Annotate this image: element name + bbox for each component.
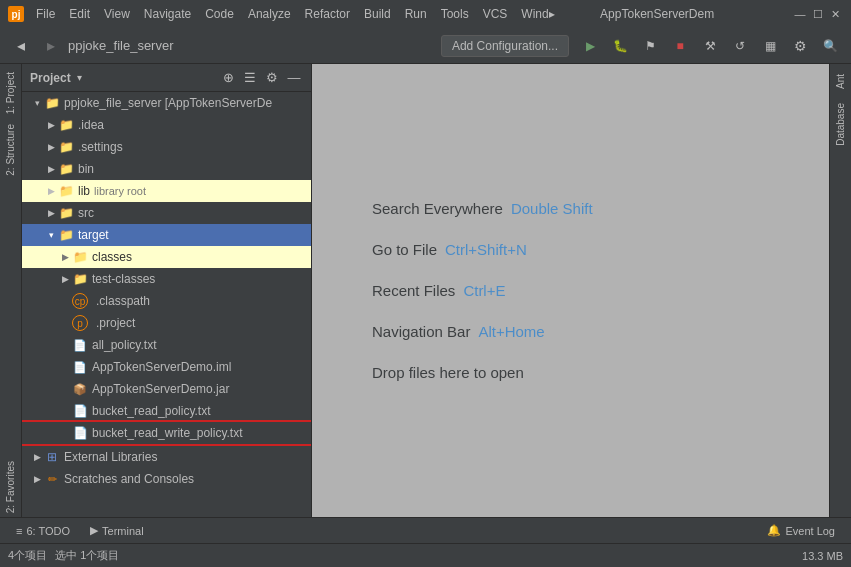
ext-libs-icon: ⊞ — [44, 449, 60, 465]
tree-item-bucket-read-write[interactable]: 📄 bucket_read_write_policy.txt — [22, 422, 311, 444]
tree-item-iml[interactable]: 📄 AppTokenServerDemo.iml — [22, 356, 311, 378]
close-button[interactable]: ✕ — [829, 7, 843, 21]
status-bar: 4个项目 选中 1个项目 13.3 MB — [0, 543, 851, 567]
scratches-icon: ✏ — [44, 471, 60, 487]
tree-item-jar[interactable]: 📦 AppTokenServerDemo.jar — [22, 378, 311, 400]
event-log-button[interactable]: 🔔 Event Log — [759, 522, 843, 539]
idea-expand-arrow[interactable]: ▶ — [44, 120, 58, 130]
sidebar-item-ant[interactable]: Ant — [833, 68, 848, 95]
classes-expand-arrow[interactable]: ▶ — [58, 252, 72, 262]
tab-terminal[interactable]: ▶ Terminal — [82, 522, 152, 539]
menu-analyze[interactable]: Analyze — [242, 5, 297, 23]
bucket-read-write-label: bucket_read_write_policy.txt — [92, 426, 243, 440]
lib-badge: library root — [94, 185, 146, 197]
tab-todo[interactable]: ≡ 6: TODO — [8, 523, 78, 539]
root-expand-arrow[interactable]: ▾ — [30, 98, 44, 108]
sidebar-item-database[interactable]: Database — [833, 97, 848, 152]
panel-locate-icon[interactable]: ⊕ — [219, 69, 237, 87]
menu-view[interactable]: View — [98, 5, 136, 23]
menu-run[interactable]: Run — [399, 5, 433, 23]
project-name: ppjoke_file_server — [68, 38, 174, 53]
src-expand-arrow[interactable]: ▶ — [44, 208, 58, 218]
left-sidebar-strip: 1: Project 2: Structure 2: Favorites — [0, 64, 22, 517]
maximize-button[interactable]: ☐ — [811, 7, 825, 21]
jar-icon: 📦 — [72, 381, 88, 397]
tree-item-target[interactable]: ▾ 📁 target — [22, 224, 311, 246]
hint-goto-file: Go to File Ctrl+Shift+N — [372, 241, 527, 258]
panel-close-icon[interactable]: — — [285, 69, 303, 87]
add-configuration-button[interactable]: Add Configuration... — [441, 35, 569, 57]
target-folder-icon: 📁 — [58, 227, 74, 243]
target-expand-arrow[interactable]: ▾ — [44, 230, 58, 240]
run-button[interactable]: ▶ — [577, 33, 603, 59]
tree-item-idea[interactable]: ▶ 📁 .idea — [22, 114, 311, 136]
tree-item-bucket-read[interactable]: 📄 bucket_read_policy.txt — [22, 400, 311, 422]
panel-settings-icon[interactable]: ⚙ — [263, 69, 281, 87]
forward-button[interactable]: ▸ — [38, 33, 64, 59]
test-classes-expand-arrow[interactable]: ▶ — [58, 274, 72, 284]
ext-libs-expand-arrow[interactable]: ▶ — [30, 452, 44, 462]
panel-header: Project ▾ ⊕ ☰ ⚙ — — [22, 64, 311, 92]
bin-expand-arrow[interactable]: ▶ — [44, 164, 58, 174]
run-coverage-button[interactable]: ⚑ — [637, 33, 663, 59]
tree-item-external-libs[interactable]: ▶ ⊞ External Libraries — [22, 446, 311, 468]
menu-vcs[interactable]: VCS — [477, 5, 514, 23]
tree-item-scratches[interactable]: ▶ ✏ Scratches and Consoles — [22, 468, 311, 490]
sidebar-item-structure[interactable]: 2: Structure — [3, 120, 18, 180]
hint-recent-files: Recent Files Ctrl+E — [372, 282, 505, 299]
target-label: target — [78, 228, 109, 242]
editor-area: Search Everywhere Double Shift Go to Fil… — [312, 64, 829, 517]
menu-window[interactable]: Wind▸ — [515, 5, 560, 23]
settings-button[interactable]: ⚙ — [787, 33, 813, 59]
project-panel: Project ▾ ⊕ ☰ ⚙ — ▾ 📁 ppjoke_file_server… — [22, 64, 312, 517]
tree-item-settings[interactable]: ▶ 📁 .settings — [22, 136, 311, 158]
debug-button[interactable]: 🐛 — [607, 33, 633, 59]
scratches-label: Scratches and Consoles — [64, 472, 194, 486]
menu-build[interactable]: Build — [358, 5, 397, 23]
hint-goto-file-label: Go to File — [372, 241, 437, 258]
bucket-read-write-icon: 📄 — [72, 425, 88, 441]
menu-edit[interactable]: Edit — [63, 5, 96, 23]
settings-folder-icon: 📁 — [58, 139, 74, 155]
lib-expand-arrow[interactable]: ▶ — [44, 186, 58, 196]
minimize-button[interactable]: — — [793, 7, 807, 21]
tree-item-classpath[interactable]: cp .classpath — [22, 290, 311, 312]
tree-item-classes[interactable]: ▶ 📁 classes — [22, 246, 311, 268]
menu-code[interactable]: Code — [199, 5, 240, 23]
back-button[interactable]: ◂ — [8, 33, 34, 59]
project-file-label: .project — [96, 316, 135, 330]
hint-goto-file-shortcut: Ctrl+Shift+N — [445, 241, 527, 258]
menu-refactor[interactable]: Refactor — [299, 5, 356, 23]
hint-nav-bar-label: Navigation Bar — [372, 323, 470, 340]
panel-dropdown-icon[interactable]: ▾ — [77, 72, 82, 83]
tree-item-all-policy[interactable]: 📄 all_policy.txt — [22, 334, 311, 356]
tree-item-bin[interactable]: ▶ 📁 bin — [22, 158, 311, 180]
settings-expand-arrow[interactable]: ▶ — [44, 142, 58, 152]
build-button[interactable]: ⚒ — [697, 33, 723, 59]
classpath-label: .classpath — [96, 294, 150, 308]
menu-file[interactable]: File — [30, 5, 61, 23]
project-tree[interactable]: ▾ 📁 ppjoke_file_server [AppTokenServerDe… — [22, 92, 311, 517]
menu-bar[interactable]: File Edit View Navigate Code Analyze Ref… — [30, 5, 561, 23]
stop-button[interactable]: ■ — [667, 33, 693, 59]
search-button[interactable]: 🔍 — [817, 33, 843, 59]
right-sidebar-strip: Ant Database — [829, 64, 851, 517]
tree-item-src[interactable]: ▶ 📁 src — [22, 202, 311, 224]
project-file-icon: p — [72, 315, 88, 331]
menu-tools[interactable]: Tools — [435, 5, 475, 23]
tree-item-project-file[interactable]: p .project — [22, 312, 311, 334]
menu-navigate[interactable]: Navigate — [138, 5, 197, 23]
sidebar-item-project[interactable]: 1: Project — [3, 68, 18, 118]
sync-button[interactable]: ↺ — [727, 33, 753, 59]
tree-item-lib[interactable]: ▶ 📁 lib library root — [22, 180, 311, 202]
settings-label: .settings — [78, 140, 123, 154]
tree-root[interactable]: ▾ 📁 ppjoke_file_server [AppTokenServerDe — [22, 92, 311, 114]
scratches-expand-arrow[interactable]: ▶ — [30, 474, 44, 484]
window-controls[interactable]: — ☐ ✕ — [793, 7, 843, 21]
bucket-read-label: bucket_read_policy.txt — [92, 404, 211, 418]
sidebar-item-favorites[interactable]: 2: Favorites — [3, 457, 18, 517]
panel-collapse-icon[interactable]: ☰ — [241, 69, 259, 87]
layout-button[interactable]: ▦ — [757, 33, 783, 59]
lib-label: lib — [78, 184, 90, 198]
tree-item-test-classes[interactable]: ▶ 📁 test-classes — [22, 268, 311, 290]
